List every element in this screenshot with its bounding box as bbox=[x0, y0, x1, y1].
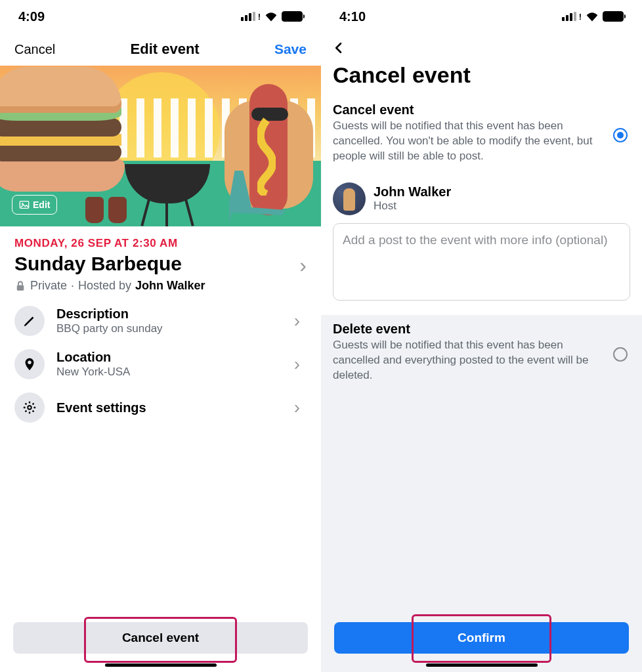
signal-alert-icon: ! bbox=[258, 12, 261, 22]
event-date: MONDAY, 26 SEP AT 2:30 AM bbox=[14, 237, 307, 250]
screen-edit-event: 4:09 ! Cancel Edit event Save bbox=[0, 0, 321, 672]
battery-icon bbox=[603, 11, 624, 22]
chevron-left-icon bbox=[333, 42, 345, 54]
cancel-post-input[interactable] bbox=[333, 223, 630, 301]
wifi-icon bbox=[586, 11, 599, 22]
privacy-row: Private · Hosted by John Walker bbox=[14, 279, 307, 293]
svg-point-4 bbox=[28, 406, 32, 410]
status-time: 4:10 bbox=[339, 9, 366, 24]
status-icons: ! bbox=[562, 11, 624, 22]
settings-rows: Description BBQ party on sunday › Locati… bbox=[0, 298, 321, 429]
home-indicator[interactable] bbox=[426, 663, 538, 667]
signal-icon bbox=[241, 12, 255, 21]
gear-icon bbox=[14, 392, 45, 423]
option-delete-event[interactable]: Delete event Guests will be notified tha… bbox=[321, 315, 642, 394]
image-icon bbox=[19, 200, 30, 210]
host-block: John Walker Host bbox=[321, 175, 642, 315]
wifi-icon bbox=[265, 11, 278, 22]
screen-cancel-event: 4:10 ! Cancel event Cancel event Guests … bbox=[321, 0, 642, 672]
confirm-button[interactable]: Confirm bbox=[334, 622, 629, 654]
status-time: 4:09 bbox=[18, 9, 45, 24]
status-icons: ! bbox=[241, 11, 303, 22]
chevron-right-icon: › bbox=[294, 354, 307, 375]
location-pin-icon bbox=[14, 349, 45, 379]
row-location[interactable]: Location New York-USA › bbox=[7, 343, 314, 386]
status-bar: 4:09 ! bbox=[0, 0, 321, 33]
nav-cancel[interactable]: Cancel bbox=[14, 42, 55, 57]
page-title: Cancel event bbox=[321, 58, 642, 96]
chevron-right-icon: › bbox=[294, 310, 307, 331]
nav-title: Edit event bbox=[131, 41, 200, 58]
row-description[interactable]: Description BBQ party on sunday › bbox=[7, 299, 314, 343]
svg-point-3 bbox=[28, 361, 32, 365]
radio-delete-unselected[interactable] bbox=[613, 347, 628, 362]
lock-icon bbox=[14, 280, 26, 292]
chevron-right-icon: › bbox=[294, 397, 307, 418]
nav-save[interactable]: Save bbox=[274, 41, 307, 57]
event-details[interactable]: MONDAY, 26 SEP AT 2:30 AM Sunday Barbequ… bbox=[0, 226, 321, 298]
host-avatar[interactable] bbox=[333, 182, 366, 215]
svg-rect-2 bbox=[17, 285, 24, 290]
pencil-icon bbox=[14, 306, 45, 336]
signal-alert-icon: ! bbox=[579, 12, 582, 22]
radio-cancel-selected[interactable] bbox=[613, 128, 628, 142]
battery-icon bbox=[282, 11, 303, 22]
back-button[interactable] bbox=[321, 33, 642, 58]
event-cover[interactable]: Edit bbox=[0, 66, 321, 226]
edit-cover-button[interactable]: Edit bbox=[12, 195, 57, 215]
signal-icon bbox=[562, 12, 576, 21]
cancel-event-button[interactable]: Cancel event bbox=[13, 622, 308, 654]
chevron-right-icon: › bbox=[299, 253, 307, 278]
nav-header: Cancel Edit event Save bbox=[0, 33, 321, 66]
home-indicator[interactable] bbox=[105, 663, 217, 667]
option-cancel-event[interactable]: Cancel event Guests will be notified tha… bbox=[321, 96, 642, 175]
row-event-settings[interactable]: Event settings › bbox=[7, 386, 314, 429]
status-bar: 4:10 ! bbox=[321, 0, 642, 33]
event-title: Sunday Barbeque bbox=[14, 253, 307, 275]
